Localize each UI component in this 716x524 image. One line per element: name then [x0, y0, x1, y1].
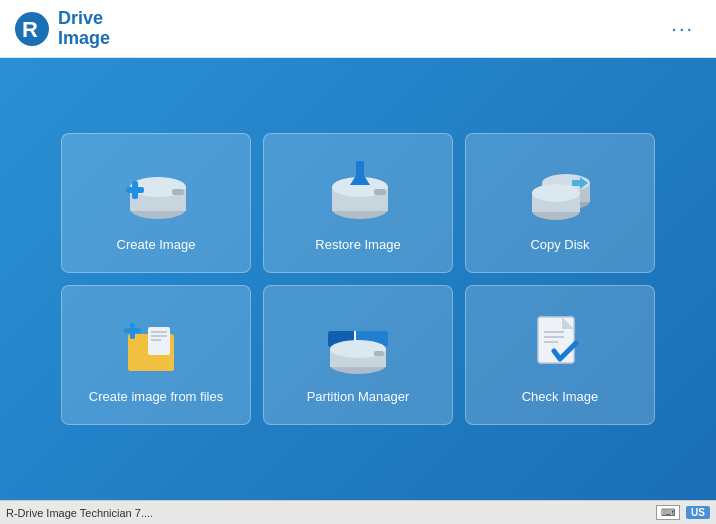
svg-rect-27	[151, 335, 167, 337]
header: R Drive Image ···	[0, 0, 716, 58]
statusbar-app-name: R-Drive Image Technician 7....	[6, 507, 153, 519]
restore-image-label: Restore Image	[315, 237, 400, 252]
svg-rect-37	[374, 351, 384, 356]
svg-rect-30	[124, 328, 141, 333]
logo-line1: Drive	[58, 9, 110, 29]
partition-manager-label: Partition Manager	[307, 389, 410, 404]
tile-restore-image[interactable]: Restore Image	[263, 133, 453, 273]
menu-button[interactable]: ···	[663, 13, 702, 44]
create-image-files-icon	[116, 306, 196, 381]
tile-create-image[interactable]: Create Image	[61, 133, 251, 273]
tile-check-image[interactable]: Check Image	[465, 285, 655, 425]
svg-rect-7	[126, 187, 144, 193]
create-image-files-label: Create image from files	[89, 389, 223, 404]
create-image-icon	[116, 154, 196, 229]
svg-text:R: R	[22, 17, 38, 42]
svg-rect-42	[544, 336, 564, 338]
svg-rect-21	[572, 180, 582, 186]
svg-rect-11	[374, 189, 386, 195]
partition-manager-icon	[318, 306, 398, 381]
language-badge[interactable]: US	[686, 506, 710, 519]
logo-text: Drive Image	[58, 9, 110, 49]
svg-point-19	[532, 184, 580, 202]
check-image-label: Check Image	[522, 389, 599, 404]
statusbar: R-Drive Image Technician 7.... ⌨ US	[0, 500, 716, 524]
logo-area: R Drive Image	[14, 9, 110, 49]
copy-disk-label: Copy Disk	[530, 237, 589, 252]
svg-rect-5	[172, 189, 184, 195]
tile-create-image-files[interactable]: Create image from files	[61, 285, 251, 425]
logo-line2: Image	[58, 29, 110, 49]
svg-rect-26	[151, 331, 167, 333]
tile-partition-manager[interactable]: Partition Manager	[263, 285, 453, 425]
app-logo-icon: R	[14, 11, 50, 47]
check-image-icon	[520, 306, 600, 381]
svg-rect-41	[544, 331, 564, 333]
copy-disk-icon	[520, 154, 600, 229]
svg-rect-43	[544, 341, 558, 343]
tile-copy-disk[interactable]: Copy Disk	[465, 133, 655, 273]
svg-rect-28	[151, 339, 161, 341]
keyboard-icon: ⌨	[656, 505, 680, 520]
statusbar-right: ⌨ US	[656, 505, 710, 520]
main-area: Create Image Restore Image	[0, 58, 716, 500]
create-image-label: Create Image	[117, 237, 196, 252]
svg-rect-13	[356, 161, 364, 175]
tiles-grid: Create Image Restore Image	[61, 133, 655, 425]
restore-image-icon	[318, 154, 398, 229]
